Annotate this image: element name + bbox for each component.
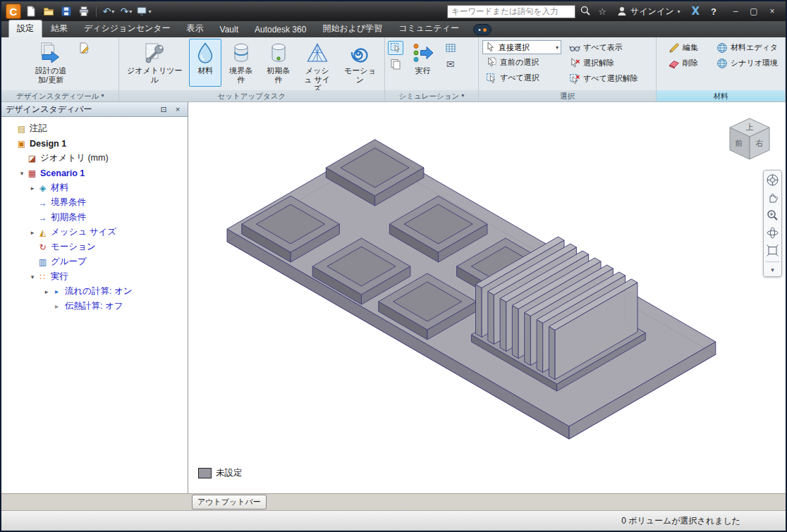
panel-title: デザインスタディバー	[6, 104, 92, 116]
tab-autodesk-360[interactable]: Autodesk 360	[247, 23, 314, 37]
solve-button[interactable]: 実行	[405, 39, 441, 87]
solution-monitor-button[interactable]	[443, 41, 458, 55]
tree-item-flow-calc[interactable]: ▸▸流れの計算: オン	[1, 284, 188, 299]
boundary-arrow-icon: →	[37, 198, 49, 208]
spiral-icon	[348, 42, 371, 64]
tab-decision-center[interactable]: ディシジョンセンター	[76, 20, 178, 37]
print-button[interactable]	[76, 4, 92, 18]
expand-icon[interactable]: ▸	[28, 229, 37, 236]
globe-icon	[716, 42, 728, 54]
select-all-button[interactable]: すべて選択	[482, 70, 561, 85]
initial-conditions-button[interactable]: 初期条件	[260, 39, 296, 87]
deselect-button[interactable]: 選択解除	[566, 56, 642, 70]
select-volumes-toggle[interactable]	[388, 41, 403, 55]
scenario-environment-button[interactable]: シナリオ環境	[713, 56, 781, 70]
exchange-apps-icon[interactable]: X	[687, 5, 704, 18]
tree-item-groups[interactable]: ▥グループ	[1, 254, 188, 269]
mesh-size-button[interactable]: メッシュ サイズ	[298, 39, 336, 87]
eraser-icon	[669, 58, 680, 69]
add-update-design-button[interactable]: 設計の追加/更新	[28, 39, 74, 87]
app-logo-icon[interactable]: C	[6, 4, 21, 19]
panel-close-icon[interactable]: ×	[172, 105, 183, 113]
geometry-tools-button[interactable]: ジオメトリツール	[121, 39, 188, 87]
direct-select-dropdown[interactable]: 直接選択 ▾	[482, 40, 561, 54]
group-label-material[interactable]: 材料	[657, 90, 785, 101]
show-all-button[interactable]: すべて表示	[566, 40, 642, 55]
tab-vault[interactable]: Vault	[212, 23, 246, 37]
viewport-3d[interactable]: 上 前 右 ▾ 未設定	[188, 102, 786, 493]
pin-icon[interactable]: ⊡	[158, 105, 169, 114]
output-bar-button[interactable]: アウトプットバー	[192, 495, 267, 509]
tree-item-heat-calc[interactable]: ▸伝熱計算: オフ	[1, 299, 188, 314]
heat-calc-icon: ▸	[51, 302, 63, 310]
cursor-icon	[485, 42, 496, 53]
mesh-triangle-icon	[306, 42, 329, 64]
edit-material-button[interactable]: 編集	[665, 40, 702, 55]
delete-material-button[interactable]: 削除	[665, 56, 702, 70]
expand-icon[interactable]: ▾	[18, 170, 26, 177]
notifications-button[interactable]: ✉	[443, 57, 458, 71]
redo-button[interactable]: ↷▾	[118, 4, 134, 18]
previous-selection-button[interactable]: 直前の選択	[482, 55, 561, 70]
open-button[interactable]	[41, 4, 56, 18]
tree-item-solve[interactable]: ▾∷実行	[1, 269, 188, 284]
pan-hand-icon[interactable]	[766, 191, 779, 204]
tree-item-notes[interactable]: ▤注記	[1, 121, 188, 136]
boundary-conditions-button[interactable]: 境界条件	[223, 39, 259, 87]
navbar-more-icon[interactable]: ▾	[771, 266, 774, 273]
steering-wheel-icon[interactable]	[766, 173, 779, 187]
expand-icon[interactable]: ▾	[28, 273, 37, 280]
tab-community[interactable]: コミュニティー	[391, 20, 467, 37]
help-button[interactable]: ?	[707, 6, 721, 17]
expand-icon[interactable]: ▸	[28, 185, 37, 192]
design-review-button[interactable]	[76, 41, 92, 55]
group-label-design-study[interactable]: デザインスタディツール▾	[1, 90, 118, 101]
tree-item-mesh-size[interactable]: ▸◭メッシュ サイズ	[1, 225, 188, 240]
group-label-setup-tasks[interactable]: セットアップタスク	[119, 90, 384, 101]
clone-scenario-button[interactable]	[388, 57, 403, 71]
tree-item-motion[interactable]: ↻モーション	[1, 240, 188, 254]
glasses-icon	[569, 42, 580, 54]
tab-get-started[interactable]: 開始および学習	[315, 20, 390, 37]
group-label-selection[interactable]: 選択	[479, 90, 656, 101]
tree-item-boundary-conditions[interactable]: →境界条件	[1, 195, 188, 210]
workspace-button[interactable]: ▾	[136, 4, 152, 18]
save-button[interactable]	[59, 4, 74, 18]
new-button[interactable]	[23, 4, 39, 18]
tree-item-design-1[interactable]: ▣Design 1	[1, 136, 188, 151]
minimize-button[interactable]: –	[726, 5, 745, 18]
search-icon[interactable]	[578, 5, 592, 18]
model-3d[interactable]	[188, 102, 786, 493]
tree-item-geometry[interactable]: ◪ジオメトリ (mm)	[1, 151, 188, 166]
globe-icon	[716, 58, 728, 69]
material-icon: ◈	[37, 183, 49, 193]
search-input[interactable]	[447, 5, 575, 18]
favorites-star-icon[interactable]: ☆	[595, 6, 609, 17]
material-editor-button[interactable]: 材料エディタ	[713, 40, 781, 55]
zoom-icon[interactable]	[766, 209, 779, 222]
design-folder-icon: ▣	[16, 139, 28, 149]
maximize-button[interactable]: ▢	[745, 5, 763, 18]
signin-button[interactable]: サインイン ▾	[612, 6, 684, 18]
feedback-icon[interactable]: •	[473, 24, 492, 35]
tree-item-initial-conditions[interactable]: →初期条件	[1, 210, 188, 225]
close-button[interactable]: ×	[763, 5, 781, 18]
group-label-simulation[interactable]: シミュレーション▾	[385, 90, 478, 101]
motion-button[interactable]: モーション	[338, 39, 382, 87]
tab-view[interactable]: 表示	[179, 20, 212, 37]
undo-button[interactable]: ↶▾	[101, 4, 116, 18]
signin-label: サインイン	[630, 6, 673, 18]
note-icon: ▤	[16, 124, 28, 134]
tree-item-materials[interactable]: ▸◈材料	[1, 180, 188, 195]
view-cube[interactable]: 上 前 右	[724, 113, 776, 166]
materials-button[interactable]: 材料	[189, 39, 221, 87]
tab-results[interactable]: 結果	[43, 20, 75, 37]
design-study-bar-header: デザインスタディバー ⊡ ×	[1, 102, 188, 117]
infocenter: ☆ サインイン ▾ X ? – ▢ ×	[447, 5, 781, 18]
tab-settings[interactable]: 設定	[8, 20, 42, 37]
orbit-icon[interactable]	[766, 226, 779, 240]
tree-item-scenario-1[interactable]: ▾▦Scenario 1	[1, 166, 188, 180]
expand-icon[interactable]: ▸	[42, 288, 51, 295]
deselect-all-button[interactable]: すべて選択解除	[566, 71, 642, 86]
zoom-extents-icon[interactable]	[766, 244, 779, 257]
